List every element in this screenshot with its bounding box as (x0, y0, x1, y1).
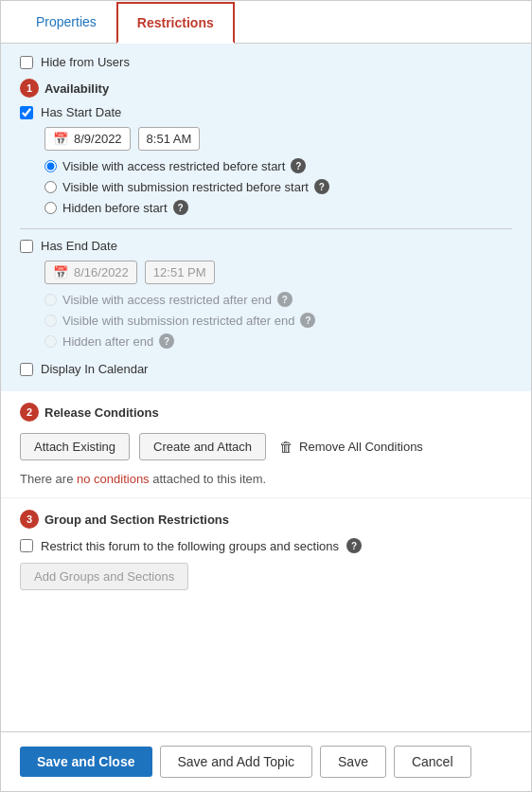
start-radio-access[interactable] (44, 160, 57, 172)
release-conditions-label: Release Conditions (44, 405, 159, 420)
release-buttons-row: Attach Existing Create and Attach 🗑 Remo… (20, 433, 512, 460)
start-time-input[interactable]: 8:51 AM (138, 127, 201, 151)
tabs-bar: Properties Restrictions (1, 1, 531, 44)
start-date-block: Has Start Date 📅 8/9/2022 8:51 AM Visibl… (20, 105, 512, 215)
attach-existing-button[interactable]: Attach Existing (20, 433, 130, 460)
group-section-restrictions: 3 Group and Section Restrictions Restric… (1, 497, 531, 602)
release-conditions-section: 2 Release Conditions Attach Existing Cre… (1, 391, 531, 497)
has-end-date-checkbox[interactable] (20, 240, 33, 253)
save-add-topic-button[interactable]: Save and Add Topic (160, 746, 313, 778)
end-time-input[interactable]: 12:51 PM (145, 261, 215, 284)
end-date-block: Has End Date 📅 8/16/2022 12:51 PM Visibl… (20, 239, 512, 349)
help-icon-end-submission[interactable]: ? (300, 313, 315, 328)
hide-from-users-label: Hide from Users (41, 55, 130, 69)
help-icon-end-access[interactable]: ? (277, 292, 293, 307)
main-content: Hide from Users 1 Availability Has Start… (1, 44, 531, 731)
no-conditions-message: There are no conditions attached to this… (20, 472, 512, 486)
end-date-label-row: Has End Date (20, 239, 512, 253)
availability-section-label: Availability (44, 81, 109, 96)
display-in-calendar-checkbox[interactable] (20, 363, 33, 376)
end-radio-hidden-label: Hidden after end (62, 334, 153, 349)
tab-properties[interactable]: Properties (16, 2, 116, 44)
start-radio-row-1: Visible with access restricted before st… (44, 158, 512, 173)
end-date-input[interactable]: 📅 8/16/2022 (44, 261, 137, 284)
no-conditions-after: attached to this item. (152, 472, 266, 486)
tab-restrictions[interactable]: Restrictions (116, 2, 235, 44)
availability-section-badge: 1 (20, 79, 39, 98)
no-conditions-before: There are (20, 472, 73, 486)
display-in-calendar-label: Display In Calendar (41, 362, 148, 376)
help-icon-end-hidden[interactable]: ? (159, 333, 174, 349)
add-groups-sections-button[interactable]: Add Groups and Sections (20, 563, 188, 590)
start-date-label-row: Has Start Date (20, 105, 512, 119)
calendar-icon-end: 📅 (53, 265, 68, 279)
end-radio-row-1: Visible with access restricted after end… (44, 292, 512, 307)
start-radio-submission-label: Visible with submission restricted befor… (62, 180, 309, 194)
start-radio-options: Visible with access restricted before st… (44, 158, 512, 215)
start-radio-access-label: Visible with access restricted before st… (62, 159, 285, 173)
group-restrict-row: Restrict this forum to the following gro… (20, 538, 512, 553)
release-section-badge: 2 (20, 403, 39, 422)
tab-restrictions-label: Restrictions (137, 15, 214, 30)
has-start-date-label: Has Start Date (41, 105, 121, 119)
save-close-button[interactable]: Save and Close (20, 747, 152, 777)
start-radio-hidden[interactable] (44, 202, 57, 214)
display-calendar-row: Display In Calendar (20, 362, 512, 376)
remove-all-conditions-button[interactable]: 🗑 Remove All Conditions (279, 439, 423, 455)
end-radio-hidden[interactable] (44, 335, 57, 348)
tab-properties-label: Properties (36, 14, 97, 29)
has-start-date-checkbox[interactable] (20, 106, 33, 119)
availability-panel: Hide from Users 1 Availability Has Start… (1, 44, 531, 391)
end-radio-access-label: Visible with access restricted after end (62, 293, 272, 307)
hide-from-users-checkbox[interactable] (20, 56, 33, 69)
end-radio-options: Visible with access restricted after end… (44, 292, 512, 349)
help-icon-start-submission[interactable]: ? (314, 179, 329, 194)
end-radio-row-3: Hidden after end ? (44, 333, 512, 349)
start-date-value: 8/9/2022 (74, 132, 122, 146)
start-datetime-row: 📅 8/9/2022 8:51 AM (44, 127, 512, 151)
start-time-value: 8:51 AM (147, 132, 192, 146)
help-icon-start-access[interactable]: ? (291, 158, 306, 173)
group-section-badge: 3 (20, 510, 39, 529)
restrict-forum-checkbox[interactable] (20, 539, 33, 552)
end-time-value: 12:51 PM (153, 265, 206, 279)
start-radio-row-2: Visible with submission restricted befor… (44, 179, 512, 194)
group-section-header: 3 Group and Section Restrictions (20, 510, 512, 529)
group-section-label: Group and Section Restrictions (44, 513, 229, 527)
create-and-attach-button[interactable]: Create and Attach (139, 433, 266, 460)
end-radio-access[interactable] (44, 294, 57, 306)
end-radio-row-2: Visible with submission restricted after… (44, 313, 512, 328)
remove-all-label: Remove All Conditions (299, 440, 423, 454)
restrict-forum-label: Restrict this forum to the following gro… (41, 539, 339, 553)
end-date-value: 8/16/2022 (74, 265, 129, 279)
cancel-button[interactable]: Cancel (394, 746, 471, 778)
page-wrapper: Properties Restrictions Hide from Users … (0, 0, 532, 792)
end-radio-submission[interactable] (44, 315, 57, 327)
start-date-input[interactable]: 📅 8/9/2022 (44, 127, 131, 151)
end-radio-submission-label: Visible with submission restricted after… (62, 314, 294, 328)
trash-icon: 🗑 (279, 439, 293, 455)
help-icon-group-restrict[interactable]: ? (346, 538, 362, 553)
availability-section-header: 1 Availability (20, 79, 512, 98)
footer: Save and Close Save and Add Topic Save C… (1, 731, 531, 791)
help-icon-start-hidden[interactable]: ? (173, 200, 188, 215)
start-radio-submission[interactable] (44, 181, 57, 193)
start-radio-hidden-label: Hidden before start (62, 201, 168, 215)
save-button[interactable]: Save (320, 746, 386, 778)
end-datetime-row: 📅 8/16/2022 12:51 PM (44, 261, 512, 284)
calendar-icon: 📅 (53, 132, 68, 146)
hide-from-users-row: Hide from Users (20, 55, 512, 69)
start-radio-row-3: Hidden before start ? (44, 200, 512, 215)
no-conditions-highlight: no conditions (77, 472, 150, 486)
release-conditions-header: 2 Release Conditions (20, 403, 512, 422)
has-end-date-label: Has End Date (41, 239, 117, 253)
